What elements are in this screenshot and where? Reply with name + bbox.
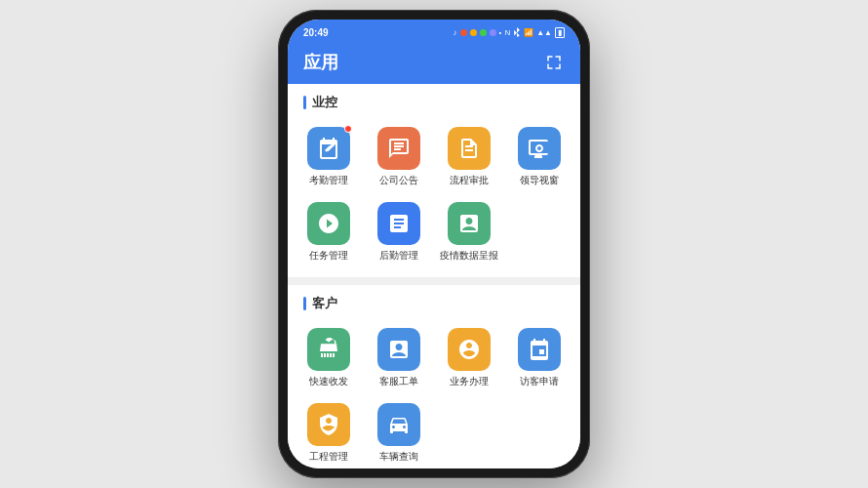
dot-green-icon: [480, 29, 487, 36]
bluetooth-icon: [513, 27, 521, 37]
app-vehicle-icon: [377, 403, 420, 446]
app-attendance-label: 考勤管理: [309, 175, 348, 186]
app-service-work[interactable]: 客服工单: [366, 322, 432, 393]
phone-frame: 20:49 ♪ • N 📶 ▲▲ ▮ 应用: [278, 10, 590, 478]
dot-blue-icon: [490, 29, 496, 36]
attendance-badge: [344, 125, 352, 133]
app-engineering-icon: [307, 403, 350, 446]
signal-icon: 📶: [524, 28, 533, 37]
app-logistics-label: 后勤管理: [379, 250, 418, 262]
phone-screen: 20:49 ♪ • N 📶 ▲▲ ▮ 应用: [288, 20, 580, 468]
app-service-work-icon: [377, 328, 420, 371]
app-attendance[interactable]: 考勤管理: [296, 121, 362, 192]
app-service-work-label: 客服工单: [379, 376, 418, 387]
app-visitor-label: 访客申请: [520, 376, 559, 387]
business-control-grid: 考勤管理 公司公告 流程审批: [288, 117, 580, 277]
expand-button[interactable]: [543, 52, 565, 73]
app-epidemic[interactable]: 疫情数据呈报: [436, 196, 502, 267]
app-workflow-label: 流程审批: [450, 175, 489, 186]
app-quick-receive-label: 快速收发: [309, 376, 348, 387]
status-icons: ♪ • N 📶 ▲▲ ▮: [454, 27, 565, 38]
app-visitor-icon: [518, 328, 561, 371]
app-vehicle-label: 车辆查询: [379, 451, 418, 463]
section-business-control: 业控 考勤管理: [288, 84, 580, 277]
app-quick-receive[interactable]: 快速收发: [296, 322, 362, 393]
app-announcement-label: 公司公告: [379, 175, 418, 186]
app-task[interactable]: 任务管理: [296, 196, 362, 267]
app-quick-receive-icon: [307, 328, 350, 371]
app-engineering[interactable]: 工程管理: [296, 397, 362, 468]
section-customer-title: 客户: [288, 285, 580, 318]
app-business-label: 业务办理: [450, 376, 489, 387]
dot-red-icon: [460, 29, 467, 36]
app-leader-view-label: 领导视窗: [520, 175, 559, 186]
section-business-control-title: 业控: [288, 84, 580, 117]
wifi-icon: ▲▲: [536, 28, 552, 37]
app-logistics-icon: [377, 202, 420, 245]
section-customer: 客户 快速收发 客服工单: [288, 285, 580, 468]
status-time: 20:49: [303, 27, 329, 38]
app-epidemic-label: 疫情数据呈报: [440, 250, 498, 262]
app-attendance-icon: [307, 127, 350, 170]
app-business-icon: [448, 328, 491, 371]
app-announcement[interactable]: 公司公告: [366, 121, 432, 192]
app-workflow-icon: [448, 127, 491, 170]
app-logistics[interactable]: 后勤管理: [366, 196, 432, 267]
nfc-icon: N: [504, 28, 510, 37]
battery-icon: ▮: [555, 27, 565, 38]
dot-yellow-icon: [470, 29, 477, 36]
app-task-icon: [307, 202, 350, 245]
app-visitor[interactable]: 访客申请: [506, 322, 572, 393]
app-engineering-label: 工程管理: [309, 451, 348, 463]
app-leader-view[interactable]: 领导视窗: [506, 121, 572, 192]
expand-icon: [545, 54, 563, 71]
app-epidemic-icon: [448, 202, 491, 245]
app-announcement-icon: [377, 127, 420, 170]
app-header: 应用: [288, 43, 580, 84]
tiktok-icon: ♪: [454, 28, 457, 37]
dot-dot-icon: •: [499, 28, 502, 37]
customer-grid: 快速收发 客服工单 业务办理: [288, 318, 580, 468]
app-vehicle[interactable]: 车辆查询: [366, 397, 432, 468]
app-workflow[interactable]: 流程审批: [436, 121, 502, 192]
app-business[interactable]: 业务办理: [436, 322, 502, 393]
app-header-title: 应用: [303, 51, 338, 74]
content-scroll[interactable]: 业控 考勤管理: [288, 84, 580, 468]
app-task-label: 任务管理: [309, 250, 348, 262]
status-bar: 20:49 ♪ • N 📶 ▲▲ ▮: [288, 20, 580, 43]
app-leader-view-icon: [518, 127, 561, 170]
